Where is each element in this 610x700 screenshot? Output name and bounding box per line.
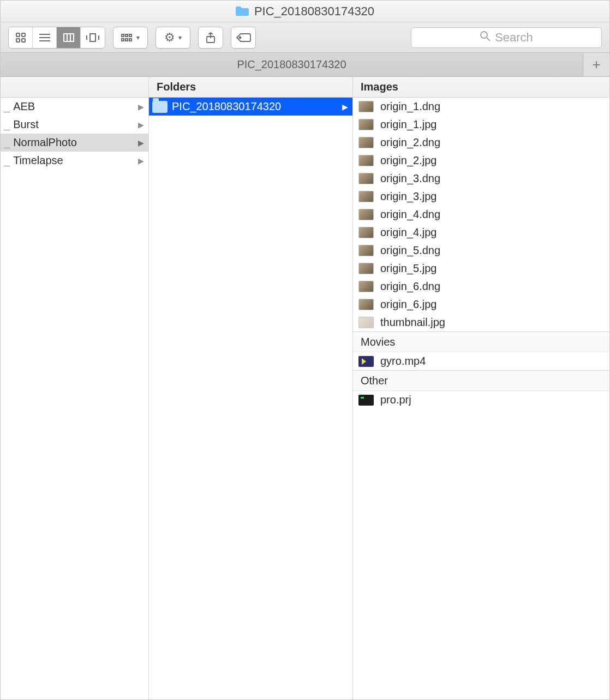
search-placeholder: Search: [495, 31, 533, 45]
column-browser: _AEB▶_Burst▶_NormalPhoto▶_Timelapse▶ PIC…: [1, 98, 609, 699]
tab-item[interactable]: PIC_20180830174320: [1, 53, 583, 76]
file-item[interactable]: origin_2.jpg: [353, 152, 609, 170]
search-icon: [480, 31, 491, 45]
icon-view-button[interactable]: [9, 27, 33, 48]
image-thumbnail-icon: [358, 317, 374, 328]
action-group: ⚙ ▾: [156, 27, 190, 49]
column-header-folders: Folders: [149, 77, 353, 97]
file-item[interactable]: origin_6.jpg: [353, 295, 609, 313]
svg-rect-14: [125, 34, 128, 37]
image-thumbnail-icon: [358, 281, 374, 292]
file-item[interactable]: thumbnail.jpg: [353, 313, 609, 331]
action-menu-button[interactable]: ⚙ ▾: [156, 27, 190, 48]
image-thumbnail-icon: [358, 209, 374, 220]
file-label: origin_3.dng: [380, 172, 440, 185]
file-item[interactable]: pro.prj: [353, 391, 609, 409]
file-label: origin_4.dng: [380, 208, 440, 221]
file-label: pro.prj: [380, 394, 411, 406]
file-label: origin_5.jpg: [380, 262, 436, 275]
image-thumbnail-icon: [358, 119, 374, 130]
item-label: NormalPhoto: [13, 136, 77, 149]
window-titlebar: PIC_20180830174320: [1, 1, 609, 22]
file-label: origin_3.jpg: [380, 190, 436, 203]
list-view-button[interactable]: [33, 27, 57, 48]
file-item[interactable]: origin_4.jpg: [353, 224, 609, 242]
chevron-right-icon: ▶: [138, 156, 144, 165]
image-thumbnail-icon: [358, 101, 374, 112]
image-thumbnail-icon: [358, 173, 374, 184]
folder-icon: [236, 4, 249, 19]
file-item[interactable]: origin_4.dng: [353, 206, 609, 224]
list-item[interactable]: _NormalPhoto▶: [1, 134, 148, 152]
svg-rect-18: [129, 39, 131, 41]
svg-rect-16: [122, 39, 124, 41]
folder-icon: [152, 101, 168, 113]
document-icon: [358, 395, 374, 406]
svg-rect-0: [16, 33, 20, 37]
svg-rect-13: [122, 34, 124, 37]
image-thumbnail-icon: [358, 299, 374, 310]
arrange-group: ▾: [113, 27, 148, 49]
file-item[interactable]: origin_3.dng: [353, 170, 609, 188]
svg-rect-15: [129, 34, 131, 37]
file-label: origin_1.jpg: [380, 118, 436, 131]
file-item[interactable]: origin_3.jpg: [353, 188, 609, 206]
gallery-view-button[interactable]: [81, 27, 105, 48]
list-item[interactable]: _Timelapse▶: [1, 152, 148, 170]
file-item[interactable]: origin_5.dng: [353, 242, 609, 260]
arrange-button[interactable]: ▾: [113, 27, 147, 48]
column-headers: Folders Images: [1, 77, 609, 98]
tags-group: [231, 27, 256, 49]
list-item[interactable]: _AEB▶: [1, 98, 148, 116]
folder-item[interactable]: PIC_20180830174320▶: [149, 98, 352, 116]
image-thumbnail-icon: [358, 155, 374, 166]
image-thumbnail-icon: [358, 263, 374, 274]
column-view-button[interactable]: [57, 27, 81, 48]
toolbar: ▾ ⚙ ▾ Search: [1, 22, 609, 53]
svg-rect-17: [125, 39, 128, 41]
item-label: Burst: [13, 118, 39, 131]
file-item[interactable]: origin_5.jpg: [353, 260, 609, 277]
svg-point-21: [481, 32, 487, 38]
svg-rect-1: [22, 33, 25, 37]
chevron-right-icon: ▶: [138, 120, 144, 129]
item-label: PIC_20180830174320: [172, 100, 281, 113]
chevron-right-icon: ▶: [138, 138, 144, 147]
file-label: origin_2.jpg: [380, 154, 436, 167]
image-thumbnail-icon: [358, 227, 374, 238]
view-mode-group: [8, 27, 105, 49]
edit-tags-button[interactable]: [231, 27, 255, 48]
gear-icon: ⚙: [164, 31, 175, 45]
search-field[interactable]: Search: [411, 27, 602, 48]
file-item[interactable]: origin_2.dng: [353, 134, 609, 152]
svg-rect-2: [16, 39, 20, 42]
file-item[interactable]: gyro.mp4: [353, 352, 609, 370]
file-item[interactable]: origin_1.jpg: [353, 116, 609, 134]
svg-line-22: [487, 38, 490, 41]
item-label: AEB: [13, 100, 35, 113]
file-label: origin_6.jpg: [380, 298, 436, 311]
window-title: PIC_20180830174320: [254, 4, 374, 19]
column-1[interactable]: _AEB▶_Burst▶_NormalPhoto▶_Timelapse▶: [1, 98, 149, 699]
image-thumbnail-icon: [358, 191, 374, 202]
image-thumbnail-icon: [358, 245, 374, 256]
group-header: Movies: [353, 331, 609, 352]
group-header: Other: [353, 370, 609, 391]
file-item[interactable]: origin_6.dng: [353, 277, 609, 295]
image-thumbnail-icon: [358, 137, 374, 148]
column-header-1: [1, 77, 149, 97]
share-group: [198, 27, 223, 49]
item-label: Timelapse: [13, 154, 63, 167]
file-item[interactable]: origin_1.dng: [353, 98, 609, 116]
file-label: origin_2.dng: [380, 136, 440, 149]
list-item[interactable]: _Burst▶: [1, 116, 148, 134]
file-label: origin_1.dng: [380, 100, 440, 113]
svg-rect-7: [64, 34, 74, 41]
share-button[interactable]: [199, 27, 223, 48]
new-tab-button[interactable]: +: [583, 53, 609, 76]
tab-bar: PIC_20180830174320 +: [1, 53, 609, 77]
column-2-folders[interactable]: PIC_20180830174320▶: [149, 98, 353, 699]
column-3-files[interactable]: origin_1.dngorigin_1.jpgorigin_2.dngorig…: [353, 98, 609, 699]
svg-point-20: [240, 37, 241, 38]
chevron-right-icon: ▶: [342, 102, 348, 111]
